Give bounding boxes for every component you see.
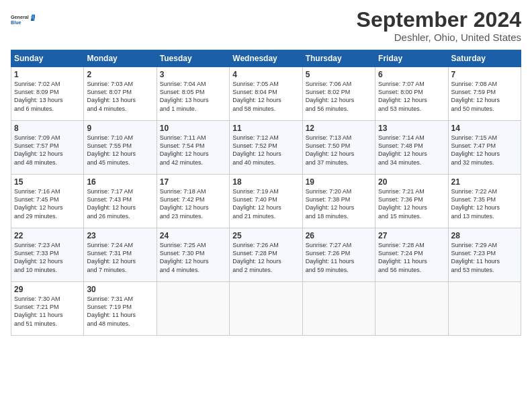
day-cell: 7Sunrise: 7:08 AM Sunset: 7:59 PM Daylig… bbox=[448, 67, 521, 121]
day-number: 21 bbox=[451, 177, 518, 187]
day-info: Sunrise: 7:12 AM Sunset: 7:52 PM Dayligh… bbox=[232, 134, 299, 167]
col-header-tuesday: Tuesday bbox=[157, 50, 229, 67]
day-info: Sunrise: 7:04 AM Sunset: 8:05 PM Dayligh… bbox=[160, 80, 226, 113]
day-cell: 10Sunrise: 7:11 AM Sunset: 7:54 PM Dayli… bbox=[157, 121, 229, 175]
day-info: Sunrise: 7:20 AM Sunset: 7:38 PM Dayligh… bbox=[306, 187, 372, 220]
col-header-friday: Friday bbox=[375, 50, 448, 67]
day-info: Sunrise: 7:29 AM Sunset: 7:23 PM Dayligh… bbox=[451, 241, 518, 274]
day-number: 15 bbox=[14, 177, 81, 187]
day-info: Sunrise: 7:08 AM Sunset: 7:59 PM Dayligh… bbox=[451, 80, 518, 113]
day-number: 30 bbox=[87, 285, 153, 294]
day-number: 12 bbox=[306, 124, 372, 133]
day-number: 16 bbox=[87, 177, 153, 187]
day-cell: 20Sunrise: 7:21 AM Sunset: 7:36 PM Dayli… bbox=[375, 175, 448, 228]
day-number: 5 bbox=[306, 70, 372, 79]
day-number: 24 bbox=[160, 231, 226, 240]
day-cell bbox=[302, 282, 375, 336]
day-info: Sunrise: 7:27 AM Sunset: 7:26 PM Dayligh… bbox=[306, 241, 372, 274]
day-cell: 29Sunrise: 7:30 AM Sunset: 7:21 PM Dayli… bbox=[11, 282, 84, 336]
day-info: Sunrise: 7:18 AM Sunset: 7:42 PM Dayligh… bbox=[160, 187, 226, 220]
day-info: Sunrise: 7:31 AM Sunset: 7:19 PM Dayligh… bbox=[87, 295, 153, 328]
day-info: Sunrise: 7:28 AM Sunset: 7:24 PM Dayligh… bbox=[378, 241, 445, 274]
day-cell: 30Sunrise: 7:31 AM Sunset: 7:19 PM Dayli… bbox=[84, 282, 157, 336]
day-cell: 9Sunrise: 7:10 AM Sunset: 7:55 PM Daylig… bbox=[84, 121, 157, 175]
day-cell bbox=[157, 282, 229, 336]
day-info: Sunrise: 7:15 AM Sunset: 7:47 PM Dayligh… bbox=[451, 134, 518, 167]
day-info: Sunrise: 7:30 AM Sunset: 7:21 PM Dayligh… bbox=[14, 295, 81, 328]
day-info: Sunrise: 7:24 AM Sunset: 7:31 PM Dayligh… bbox=[87, 241, 153, 274]
day-cell: 25Sunrise: 7:26 AM Sunset: 7:28 PM Dayli… bbox=[230, 228, 302, 282]
day-cell: 17Sunrise: 7:18 AM Sunset: 7:42 PM Dayli… bbox=[157, 175, 229, 228]
col-header-saturday: Saturday bbox=[448, 50, 521, 67]
day-cell: 12Sunrise: 7:13 AM Sunset: 7:50 PM Dayli… bbox=[302, 121, 375, 175]
col-header-sunday: Sunday bbox=[11, 50, 84, 67]
day-info: Sunrise: 7:21 AM Sunset: 7:36 PM Dayligh… bbox=[378, 187, 445, 220]
day-cell: 6Sunrise: 7:07 AM Sunset: 8:00 PM Daylig… bbox=[375, 67, 448, 121]
day-number: 19 bbox=[306, 177, 372, 187]
week-row-1: 1Sunrise: 7:02 AM Sunset: 8:09 PM Daylig… bbox=[11, 67, 521, 121]
day-cell bbox=[375, 282, 448, 336]
day-info: Sunrise: 7:07 AM Sunset: 8:00 PM Dayligh… bbox=[378, 80, 445, 113]
logo: General Blue bbox=[11, 8, 35, 32]
day-cell: 13Sunrise: 7:14 AM Sunset: 7:48 PM Dayli… bbox=[375, 121, 448, 175]
day-info: Sunrise: 7:06 AM Sunset: 8:02 PM Dayligh… bbox=[306, 80, 372, 113]
day-number: 18 bbox=[232, 177, 299, 187]
day-info: Sunrise: 7:11 AM Sunset: 7:54 PM Dayligh… bbox=[160, 134, 226, 167]
day-number: 20 bbox=[378, 177, 445, 187]
day-number: 13 bbox=[378, 124, 445, 133]
day-number: 11 bbox=[232, 124, 299, 133]
day-cell: 2Sunrise: 7:03 AM Sunset: 8:07 PM Daylig… bbox=[84, 67, 157, 121]
day-info: Sunrise: 7:26 AM Sunset: 7:28 PM Dayligh… bbox=[232, 241, 299, 274]
day-cell: 16Sunrise: 7:17 AM Sunset: 7:43 PM Dayli… bbox=[84, 175, 157, 228]
week-row-2: 8Sunrise: 7:09 AM Sunset: 7:57 PM Daylig… bbox=[11, 121, 521, 175]
day-number: 10 bbox=[160, 124, 226, 133]
day-info: Sunrise: 7:03 AM Sunset: 8:07 PM Dayligh… bbox=[87, 80, 153, 113]
svg-text:General: General bbox=[11, 14, 29, 20]
day-cell: 19Sunrise: 7:20 AM Sunset: 7:38 PM Dayli… bbox=[302, 175, 375, 228]
day-cell: 18Sunrise: 7:19 AM Sunset: 7:40 PM Dayli… bbox=[230, 175, 302, 228]
day-info: Sunrise: 7:22 AM Sunset: 7:35 PM Dayligh… bbox=[451, 187, 518, 220]
day-number: 8 bbox=[14, 124, 81, 133]
day-number: 23 bbox=[87, 231, 153, 240]
page-container: General Blue September 2024 Deshler, Ohi… bbox=[0, 0, 532, 341]
col-header-thursday: Thursday bbox=[302, 50, 375, 67]
day-info: Sunrise: 7:19 AM Sunset: 7:40 PM Dayligh… bbox=[232, 187, 299, 220]
day-cell: 3Sunrise: 7:04 AM Sunset: 8:05 PM Daylig… bbox=[157, 67, 229, 121]
day-cell: 11Sunrise: 7:12 AM Sunset: 7:52 PM Dayli… bbox=[230, 121, 302, 175]
day-cell: 23Sunrise: 7:24 AM Sunset: 7:31 PM Dayli… bbox=[84, 228, 157, 282]
day-cell: 1Sunrise: 7:02 AM Sunset: 8:09 PM Daylig… bbox=[11, 67, 84, 121]
week-row-4: 22Sunrise: 7:23 AM Sunset: 7:33 PM Dayli… bbox=[11, 228, 521, 282]
day-cell: 26Sunrise: 7:27 AM Sunset: 7:26 PM Dayli… bbox=[302, 228, 375, 282]
day-cell: 27Sunrise: 7:28 AM Sunset: 7:24 PM Dayli… bbox=[375, 228, 448, 282]
day-cell: 15Sunrise: 7:16 AM Sunset: 7:45 PM Dayli… bbox=[11, 175, 84, 228]
logo-svg: General Blue bbox=[11, 8, 35, 32]
day-info: Sunrise: 7:14 AM Sunset: 7:48 PM Dayligh… bbox=[378, 134, 445, 167]
day-cell: 28Sunrise: 7:29 AM Sunset: 7:23 PM Dayli… bbox=[448, 228, 521, 282]
day-number: 4 bbox=[232, 70, 299, 79]
day-info: Sunrise: 7:02 AM Sunset: 8:09 PM Dayligh… bbox=[14, 80, 81, 113]
day-info: Sunrise: 7:25 AM Sunset: 7:30 PM Dayligh… bbox=[160, 241, 226, 274]
day-info: Sunrise: 7:16 AM Sunset: 7:45 PM Dayligh… bbox=[14, 187, 81, 220]
day-number: 9 bbox=[87, 124, 153, 133]
day-number: 7 bbox=[451, 70, 518, 79]
month-title: September 2024 bbox=[357, 8, 521, 32]
title-area: September 2024 Deshler, Ohio, United Sta… bbox=[357, 8, 521, 43]
day-info: Sunrise: 7:09 AM Sunset: 7:57 PM Dayligh… bbox=[14, 134, 81, 167]
col-header-wednesday: Wednesday bbox=[230, 50, 302, 67]
day-number: 2 bbox=[87, 70, 153, 79]
day-number: 28 bbox=[451, 231, 518, 240]
header-row: SundayMondayTuesdayWednesdayThursdayFrid… bbox=[11, 50, 521, 67]
day-number: 29 bbox=[14, 285, 81, 294]
day-cell: 14Sunrise: 7:15 AM Sunset: 7:47 PM Dayli… bbox=[448, 121, 521, 175]
day-info: Sunrise: 7:13 AM Sunset: 7:50 PM Dayligh… bbox=[306, 134, 372, 167]
day-number: 25 bbox=[232, 231, 299, 240]
day-cell: 21Sunrise: 7:22 AM Sunset: 7:35 PM Dayli… bbox=[448, 175, 521, 228]
day-info: Sunrise: 7:17 AM Sunset: 7:43 PM Dayligh… bbox=[87, 187, 153, 220]
day-number: 22 bbox=[14, 231, 81, 240]
day-info: Sunrise: 7:10 AM Sunset: 7:55 PM Dayligh… bbox=[87, 134, 153, 167]
day-cell: 24Sunrise: 7:25 AM Sunset: 7:30 PM Dayli… bbox=[157, 228, 229, 282]
location: Deshler, Ohio, United States bbox=[357, 32, 521, 43]
week-row-5: 29Sunrise: 7:30 AM Sunset: 7:21 PM Dayli… bbox=[11, 282, 521, 336]
day-number: 14 bbox=[451, 124, 518, 133]
day-cell: 4Sunrise: 7:05 AM Sunset: 8:04 PM Daylig… bbox=[230, 67, 302, 121]
